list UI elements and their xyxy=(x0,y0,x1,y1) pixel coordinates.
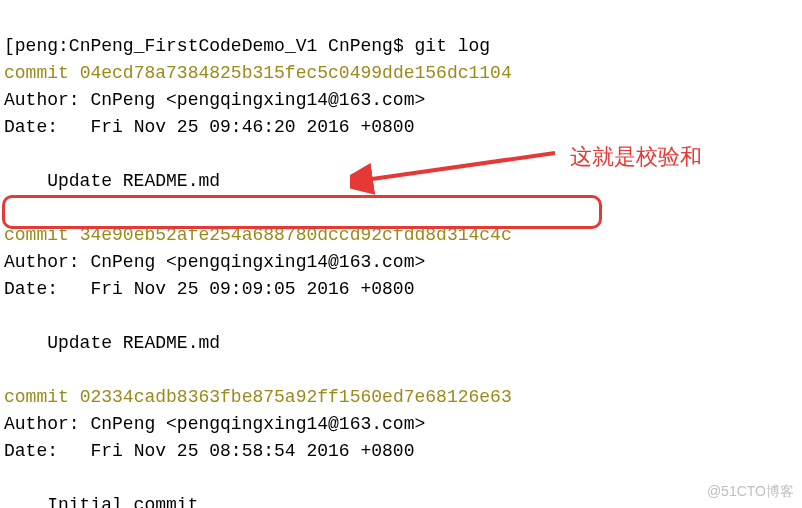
author-prefix: Author: xyxy=(4,90,90,110)
terminal-output: [peng:CnPeng_FirstCodeDemo_V1 CnPeng$ gi… xyxy=(0,0,802,508)
command-text: git log xyxy=(415,36,491,56)
commit-hash-1: 34e90eb52afe254a688780dccd92cfdd8d314c4c xyxy=(80,225,512,245)
commit-prefix: commit xyxy=(4,63,80,83)
prompt-host: peng xyxy=(15,36,58,56)
commit-prefix: commit xyxy=(4,387,80,407)
prompt-user: CnPeng xyxy=(328,36,393,56)
commit-line-1: commit 34e90eb52afe254a688780dccd92cfdd8… xyxy=(4,225,512,245)
author-1: CnPeng <pengqingxing14@163.com> xyxy=(90,252,425,272)
commit-line-2: commit 02334cadb8363fbe875a92ff1560ed7e6… xyxy=(4,387,512,407)
author-line-2: Author: CnPeng <pengqingxing14@163.com> xyxy=(4,414,425,434)
author-0: CnPeng <pengqingxing14@163.com> xyxy=(90,90,425,110)
prompt-line: [peng:CnPeng_FirstCodeDemo_V1 CnPeng$ gi… xyxy=(4,36,490,56)
commit-hash-2: 02334cadb8363fbe875a92ff1560ed7e68126e63 xyxy=(80,387,512,407)
date-prefix: Date: xyxy=(4,117,90,137)
date-line-1: Date: Fri Nov 25 09:09:05 2016 +0800 xyxy=(4,279,414,299)
commit-prefix: commit xyxy=(4,225,80,245)
date-0: Fri Nov 25 09:46:20 2016 +0800 xyxy=(90,117,414,137)
author-prefix: Author: xyxy=(4,414,90,434)
date-1: Fri Nov 25 09:09:05 2016 +0800 xyxy=(90,279,414,299)
commit-hash-0: 04ecd78a7384825b315fec5c0499dde156dc1104 xyxy=(80,63,512,83)
prompt-sep: : xyxy=(58,36,69,56)
prompt-cwd: CnPeng_FirstCodeDemo_V1 xyxy=(69,36,317,56)
date-2: Fri Nov 25 08:58:54 2016 +0800 xyxy=(90,441,414,461)
date-prefix: Date: xyxy=(4,279,90,299)
prompt-bracket: [ xyxy=(4,36,15,56)
prompt-dollar: $ xyxy=(393,36,404,56)
message-2: Initial commit xyxy=(4,495,198,508)
message-0: Update README.md xyxy=(4,171,220,191)
author-line-1: Author: CnPeng <pengqingxing14@163.com> xyxy=(4,252,425,272)
date-prefix: Date: xyxy=(4,441,90,461)
date-line-0: Date: Fri Nov 25 09:46:20 2016 +0800 xyxy=(4,117,414,137)
commit-line-0: commit 04ecd78a7384825b315fec5c0499dde15… xyxy=(4,63,512,83)
author-line-0: Author: CnPeng <pengqingxing14@163.com> xyxy=(4,90,425,110)
author-prefix: Author: xyxy=(4,252,90,272)
author-2: CnPeng <pengqingxing14@163.com> xyxy=(90,414,425,434)
message-1: Update README.md xyxy=(4,333,220,353)
date-line-2: Date: Fri Nov 25 08:58:54 2016 +0800 xyxy=(4,441,414,461)
